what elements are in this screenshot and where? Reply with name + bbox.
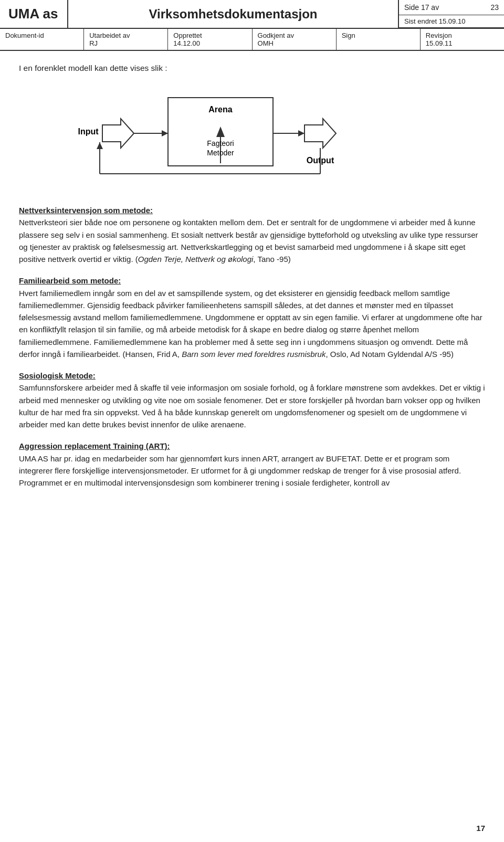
- svg-marker-5: [162, 130, 168, 136]
- body-art: UMA AS har pr. idag en medarbeider som h…: [19, 454, 461, 488]
- footer-page-number: 17: [476, 824, 485, 833]
- input-label: Input: [78, 127, 99, 136]
- diagram-svg: Input Arena Fagteori Metoder: [74, 87, 430, 187]
- meta-revisjon: Revisjon 15.09.11: [421, 29, 504, 50]
- section-sosiologisk: Sosiologisk Metode: Samfunnsforskere arb…: [19, 370, 485, 430]
- heading-sosiologisk: Sosiologisk Metode:: [19, 371, 96, 380]
- body-nettverksintervensjon: Nettverksteori sier både noe om personen…: [19, 218, 478, 264]
- page-label: Side 17 av: [404, 3, 439, 12]
- revised-date: 15.09.10: [439, 17, 466, 25]
- body-sosiologisk: Samfunnsforskere arbeider med å skaffe t…: [19, 383, 485, 429]
- meta-sign: Sign: [337, 29, 421, 50]
- heading-familiearbeid: Familiearbeid som metode:: [19, 276, 121, 285]
- page-line: Side 17 av 23: [399, 0, 504, 15]
- content: I en forenklet modell kan dette vises sl…: [0, 51, 504, 511]
- heading-art: Aggression replacement Training (ART):: [19, 441, 170, 450]
- meta-godkjent: Godkjent av OMH: [253, 29, 337, 50]
- logo: UMA as: [8, 6, 58, 22]
- svg-marker-12: [97, 142, 103, 149]
- header-bottom: Dokument-id Utarbeidet av RJ Opprettet 1…: [0, 29, 504, 51]
- logo-cell: UMA as: [0, 0, 68, 28]
- metoder-label: Metoder: [207, 149, 234, 157]
- section-familiearbeid: Familiearbeid som metode: Hvert familiem…: [19, 275, 485, 360]
- meta-dokument-id: Dokument-id: [0, 29, 84, 50]
- intro-text: I en forenklet modell kan dette vises sl…: [19, 64, 485, 73]
- svg-marker-0: [102, 119, 134, 148]
- page: UMA as Virksomhetsdokumentasjon Side 17 …: [0, 0, 504, 842]
- doc-title: Virksomhetsdokumentasjon: [149, 7, 318, 22]
- body-familiearbeid: Hvert familiemedlem inngår som en del av…: [19, 289, 482, 359]
- fagteori-label: Fagteori: [207, 139, 234, 148]
- title-cell: Virksomhetsdokumentasjon: [68, 0, 399, 28]
- svg-marker-8: [304, 119, 336, 148]
- meta-opprettet: Opprettet 14.12.00: [168, 29, 252, 50]
- section-art: Aggression replacement Training (ART): U…: [19, 440, 485, 489]
- section-nettverksintervensjon: Nettverksintervensjon som metode: Nettve…: [19, 204, 485, 265]
- svg-marker-3: [216, 127, 225, 137]
- revised-line: Sist endret 15.09.10: [399, 15, 504, 28]
- header-top: UMA as Virksomhetsdokumentasjon Side 17 …: [0, 0, 504, 29]
- header-right: Side 17 av 23 Sist endret 15.09.10: [399, 0, 504, 28]
- diagram-area: Input Arena Fagteori Metoder: [19, 85, 485, 190]
- heading-nettverksintervensjon: Nettverksintervensjon som metode:: [19, 206, 153, 215]
- page-number: 17: [476, 824, 485, 833]
- arena-label: Arena: [208, 105, 232, 114]
- page-num: 23: [490, 3, 499, 12]
- svg-marker-7: [298, 130, 304, 136]
- meta-utarbeidet: Utarbeidet av RJ: [84, 29, 168, 50]
- revised-label: Sist endret: [404, 17, 437, 25]
